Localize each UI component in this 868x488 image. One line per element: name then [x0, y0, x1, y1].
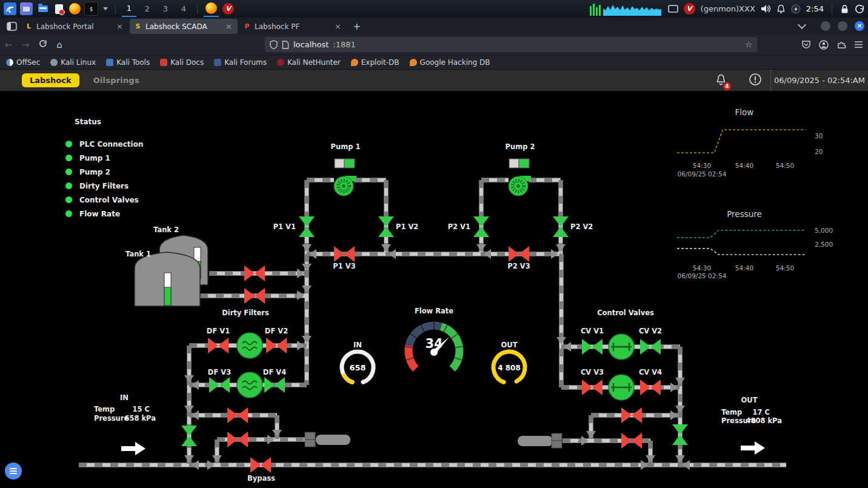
valve-right_iso[interactable] [672, 424, 688, 445]
valve-p2v1[interactable] [473, 216, 489, 237]
valve-dfv1[interactable] [208, 338, 229, 353]
taskbar-separator [832, 4, 832, 14]
launcher-dropdown-icon[interactable] [103, 7, 108, 10]
valve-cvv4[interactable] [640, 379, 661, 395]
control-valve-actuator-2[interactable] [609, 375, 634, 400]
valve-bpl2[interactable] [227, 432, 248, 447]
window-minimize-button[interactable] [821, 21, 830, 31]
valve-p1v3[interactable] [334, 246, 355, 262]
valve-cvv2[interactable] [640, 339, 661, 355]
dirty-filter-2[interactable] [237, 372, 262, 398]
account-icon[interactable] [819, 40, 829, 50]
reload-button[interactable] [34, 39, 51, 50]
logout-icon[interactable] [855, 4, 864, 14]
valve-bypass[interactable] [250, 457, 271, 473]
valve-tank2_outlet[interactable] [244, 266, 265, 281]
pipe-junction-arrow [302, 244, 312, 252]
valve-p2v2[interactable] [553, 216, 569, 237]
dirty-filter-1[interactable] [237, 333, 262, 358]
pressure-xtick-3: 54:50 [776, 264, 794, 272]
list-all-tabs-icon[interactable] [799, 24, 805, 28]
pump-2-icon[interactable] [509, 159, 531, 196]
in-temp-value: 15 C [133, 405, 150, 413]
valve-left_iso[interactable] [181, 426, 197, 446]
menu-fab-button[interactable] [5, 463, 22, 480]
status-tray-icon[interactable] [791, 4, 801, 14]
workspace-4[interactable]: 4 [176, 1, 191, 17]
back-button[interactable]: ← [0, 39, 17, 50]
valve-dfv2[interactable] [266, 338, 287, 353]
tab-labshock-scada[interactable]: S Labshock SCADA × [130, 19, 238, 34]
control-valve-actuator-1[interactable] [609, 334, 634, 359]
bookmark-kali-docs[interactable]: Kali Docs [160, 58, 204, 67]
valve-bpr1[interactable] [621, 407, 642, 423]
tab-labshock-pf[interactable]: P Labshock PF × [239, 19, 347, 34]
valve-cvv1[interactable] [582, 339, 603, 355]
taskbar-clock[interactable]: 2:54 [806, 4, 824, 13]
new-tab-button[interactable]: + [348, 21, 366, 32]
valve-p1v1[interactable] [299, 216, 315, 237]
workspace-3[interactable]: 3 [158, 1, 173, 17]
lock-screen-icon[interactable] [840, 4, 849, 14]
datetime-display: 06/09/2025 - 02:54:AM [771, 76, 868, 85]
valve-p1v2[interactable] [378, 216, 394, 237]
pump-1-icon[interactable] [334, 159, 356, 196]
url-bar-input[interactable]: localhost:1881 ☆ [265, 37, 757, 52]
valve-p2v3[interactable] [509, 246, 529, 262]
extensions-icon[interactable] [836, 40, 846, 50]
bookmark-kali-linux[interactable]: Kali Linux [50, 58, 96, 67]
bookmark-kali-forums[interactable]: Kali Forums [214, 58, 267, 67]
valve-bpl1[interactable] [227, 407, 248, 423]
terminal-launcher-icon[interactable]: $ [84, 2, 98, 16]
site-info-icon[interactable] [282, 41, 289, 49]
kali-menu-button[interactable] [4, 2, 16, 15]
valve-dfv3[interactable] [209, 377, 230, 393]
file-manager-icon[interactable] [36, 2, 49, 15]
bookmark-exploit-db[interactable]: Exploit-DB [351, 58, 399, 67]
menu-hamburger-icon[interactable] [854, 41, 863, 48]
alarm-bell-button[interactable]: 4 [715, 73, 727, 88]
home-button[interactable]: ⌂ [51, 39, 68, 50]
pressure-ytick-2500: 2,500 [815, 241, 833, 248]
shield-permissions-icon[interactable] [270, 40, 278, 49]
volume-icon[interactable] [761, 4, 771, 13]
valve-label-p1v3: P1 V3 [333, 262, 355, 270]
bookmark-kali-tools[interactable]: Kali Tools [106, 58, 150, 67]
in-gauge-value: 658 [349, 363, 366, 372]
valve-tank1_outlet[interactable] [244, 288, 265, 304]
workspace-2[interactable]: 2 [140, 1, 155, 17]
valve-cvv3[interactable] [582, 379, 603, 395]
pocket-save-icon[interactable] [801, 40, 811, 49]
tab-labshock-portal[interactable]: L Labshock Portal × [21, 19, 129, 34]
bookmark-kali-nethunter[interactable]: Kali NetHunter [277, 58, 341, 67]
window-maximize-button[interactable] [838, 21, 847, 31]
taskbar-window-v-app[interactable]: V [222, 3, 234, 15]
valve-bpr2[interactable] [621, 433, 642, 449]
tab-close-icon[interactable]: × [224, 22, 233, 31]
labshock-logo[interactable]: Labshock [22, 73, 79, 87]
warnings-button[interactable] [749, 73, 762, 89]
valve-dfv4[interactable] [264, 377, 285, 393]
firefox-launcher-icon[interactable] [69, 3, 81, 15]
workspace-1[interactable]: 1 [122, 1, 136, 17]
window-close-button[interactable]: × [855, 21, 864, 31]
tank-1[interactable] [135, 252, 200, 306]
pipe-junction-arrow [207, 460, 215, 470]
site-name[interactable]: Oilsprings [93, 76, 139, 85]
notification-bell-icon[interactable] [776, 4, 786, 14]
v-app-tray-icon[interactable]: V [684, 3, 695, 15]
out-temp-value: 17 C [753, 408, 770, 416]
taskbar-window-firefox[interactable] [204, 1, 219, 17]
display-icon[interactable] [668, 5, 678, 13]
forward-button[interactable]: → [17, 39, 34, 50]
bookmark-star-icon[interactable]: ☆ [745, 40, 752, 49]
bookmark-offsec[interactable]: OffSec [6, 58, 40, 67]
status-item-plc: PLC Connection [65, 137, 143, 151]
text-editor-icon[interactable] [53, 2, 65, 15]
firefox-view-button[interactable] [4, 19, 19, 33]
status-panel: Status PLC Connection Pump 1 Pump 2 Dirt… [65, 118, 143, 221]
tab-close-icon[interactable]: × [333, 22, 342, 31]
show-desktop-icon[interactable] [20, 2, 33, 15]
tab-close-icon[interactable]: × [115, 22, 124, 31]
bookmark-google-hacking-db[interactable]: Google Hacking DB [410, 58, 490, 67]
